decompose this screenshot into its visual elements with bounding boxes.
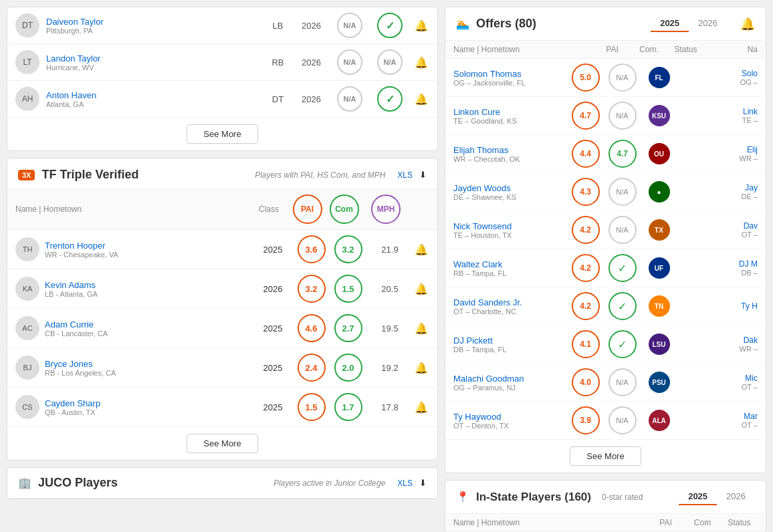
com-badge: N/A <box>609 63 637 92</box>
tab-2025-offers[interactable]: 2025 <box>651 15 689 32</box>
see-more-button-offers[interactable]: See More <box>570 446 641 466</box>
offer-player-name[interactable]: Ty Haywood <box>453 412 502 422</box>
zero-star-badge: 0-star rated <box>602 493 643 502</box>
player-name[interactable]: Adam Currie <box>45 319 94 329</box>
pai-col: 3.6 <box>293 235 330 263</box>
player-avatar: AH <box>15 87 39 111</box>
pai-score: 5.0 <box>572 63 600 92</box>
com-score: 1.5 <box>334 275 362 303</box>
triple-player-row: TH Trenton Hooper WR - Chesapeake, VA 20… <box>7 230 437 269</box>
com-score: 3.2 <box>334 235 362 263</box>
see-more-row-offers: See More <box>445 440 766 473</box>
com-col: 1.7 <box>330 393 366 421</box>
offer-player-name[interactable]: Waltez Clark <box>453 259 502 269</box>
offer-pai-col: 4.2 <box>567 216 604 244</box>
player-name[interactable]: Anton Haven <box>46 90 96 100</box>
pai-badge: N/A <box>337 49 362 75</box>
offer-player-pos: WR – Checotah, OK <box>453 155 567 163</box>
player-avatar: AC <box>15 316 39 340</box>
see-more-button-triple[interactable]: See More <box>187 434 257 453</box>
offer-player-info: Ty Haywood OT – Denton, TX <box>453 412 567 430</box>
offer-player-name[interactable]: Elijah Thomas <box>453 145 508 155</box>
school-logo: KSU <box>649 105 670 126</box>
download-icon: ⬇ <box>419 170 427 180</box>
offer-pai-col: 4.7 <box>567 102 604 130</box>
offer-com-col: N/A <box>604 102 641 130</box>
offer-player-pos: DB – Tampa, FL <box>453 346 567 354</box>
bell-icon-triple[interactable]: 🔔 <box>413 362 429 374</box>
mph-value: 19.2 <box>366 363 413 373</box>
offer-com-col: 4.7 <box>604 140 641 168</box>
tab-2026-offers[interactable]: 2026 <box>689 15 727 32</box>
player-info: Landon Taylor Hurricane, WV <box>46 53 259 72</box>
player-name[interactable]: Trenton Hooper <box>45 241 106 251</box>
right-partial-name: Solo <box>677 69 758 78</box>
player-pos-loc: RB - Los Angeles, CA <box>45 369 116 377</box>
corner-icon: 🔔 <box>740 17 755 31</box>
offer-player-name[interactable]: Malachi Goodman <box>453 374 524 384</box>
juco-card: 🏢 JUCO Players Players active in Junior … <box>7 467 438 499</box>
offer-player-name[interactable]: Nick Townsend <box>453 221 512 231</box>
offer-player-pos: OT – Denton, TX <box>453 422 567 430</box>
offers-list: Solomon Thomas OG – Jacksonville, FL 5.0… <box>445 59 766 440</box>
right-partial-pos: OG – <box>677 78 758 86</box>
com-badge: N/A <box>609 178 637 206</box>
bell-icon-triple[interactable]: 🔔 <box>413 401 429 414</box>
pai-score: 4.1 <box>572 330 600 358</box>
player-year: 2026 <box>296 21 326 31</box>
offer-player-name[interactable]: Linkon Cure <box>453 107 500 117</box>
offer-player-name[interactable]: David Sanders Jr. <box>453 297 522 307</box>
player-info-triple: AC Adam Currie CB - Lancaster, CA <box>15 316 253 340</box>
player-name[interactable]: Kevin Adams <box>45 280 96 290</box>
offers-title: Offers (80) <box>476 17 536 31</box>
pai-score: 1.5 <box>298 393 326 421</box>
offer-player-name[interactable]: Jayden Woods <box>453 183 511 193</box>
player-info-triple: CS Cayden Sharp QB - Austin, TX <box>15 395 253 419</box>
tab-2025-instate[interactable]: 2025 <box>679 489 717 505</box>
tab-2026-instate[interactable]: 2026 <box>717 489 755 505</box>
bell-icon[interactable]: 🔔 <box>413 56 429 69</box>
bell-icon-triple[interactable]: 🔔 <box>413 243 429 256</box>
player-name[interactable]: Landon Taylor <box>46 53 100 63</box>
com-badge: N/A <box>377 49 403 75</box>
in-state-tabs: 2025 2026 <box>679 489 755 505</box>
offer-player-name[interactable]: Solomon Thomas <box>453 69 522 79</box>
school-logo: UF <box>649 257 670 279</box>
pai-score: 4.2 <box>572 216 600 244</box>
juco-xls[interactable]: XLS <box>397 479 413 488</box>
offer-com-col: N/A <box>604 368 641 396</box>
player-details: Bryce Jones RB - Los Angeles, CA <box>45 359 116 377</box>
offer-player-info: David Sanders Jr. OT – Charlotte, NC <box>453 297 567 315</box>
com-badge: ✓ <box>377 86 403 112</box>
offer-pai-col: 4.1 <box>567 330 604 358</box>
offer-player-pos: TE – Goodland, KS <box>453 117 567 125</box>
right-partial: Jay DE – <box>677 183 758 201</box>
player-class: 2025 <box>253 323 293 334</box>
bell-icon[interactable]: 🔔 <box>413 93 429 106</box>
see-more-button-top[interactable]: See More <box>187 124 257 144</box>
bell-icon[interactable]: 🔔 <box>413 19 429 32</box>
offer-pai-col: 5.0 <box>567 63 604 92</box>
right-partial-name: Jay <box>677 183 758 192</box>
in-state-th-name: Name | Hometown <box>453 518 647 527</box>
bell-icon-triple[interactable]: 🔔 <box>413 322 429 335</box>
offers-header: 🏊 Offers (80) 2025 2026 🔔 <box>445 7 766 41</box>
triple-verified-xls[interactable]: XLS <box>397 170 413 180</box>
offer-player-name[interactable]: DJ Pickett <box>453 336 493 346</box>
offer-player-pos: TE – Houston, TX <box>453 231 567 239</box>
top-players-list: DT Daiveon Taylor Pittsburgh, PA LB 2026… <box>7 7 437 118</box>
offer-school-col: ALA <box>641 410 677 431</box>
player-name[interactable]: Daiveon Taylor <box>46 17 104 27</box>
see-more-row-top: See More <box>7 118 437 150</box>
th-class: Class <box>249 205 289 214</box>
player-row: LT Landon Taylor Hurricane, WV RB 2026 N… <box>7 44 437 81</box>
school-logo: TX <box>649 219 670 241</box>
offers-icon: 🏊 <box>456 17 469 30</box>
offer-player-info: Linkon Cure TE – Goodland, KS <box>453 107 567 125</box>
player-name[interactable]: Bryce Jones <box>45 359 93 369</box>
pai-badge: N/A <box>337 86 362 112</box>
right-partial: Dak WR – <box>677 336 758 353</box>
right-partial-pos: TE – <box>677 116 758 124</box>
bell-icon-triple[interactable]: 🔔 <box>413 283 429 295</box>
player-name[interactable]: Cayden Sharp <box>45 398 100 408</box>
